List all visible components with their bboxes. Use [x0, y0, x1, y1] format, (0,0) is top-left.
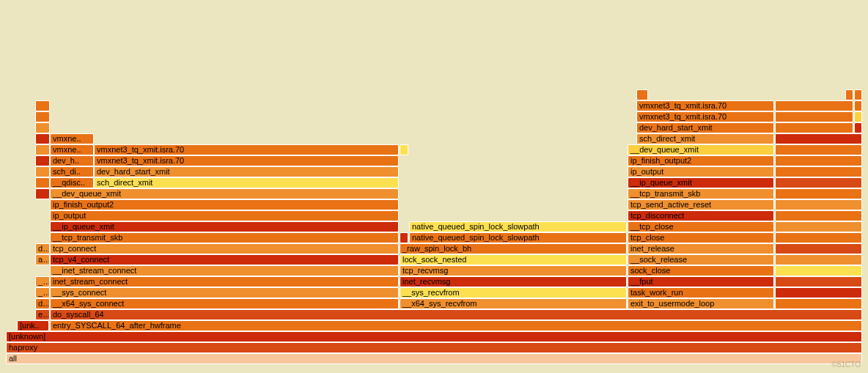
frame--[interactable]: _..	[35, 287, 50, 298]
frame-anon[interactable]	[775, 100, 853, 111]
frame-dev-h-[interactable]: dev_h..	[50, 155, 94, 166]
frame-anon[interactable]	[775, 254, 862, 265]
frame--sys-recvfrom[interactable]: __sys_recvfrom	[400, 287, 627, 298]
frame--unknown-[interactable]: [unknown]	[6, 331, 862, 342]
frame-anon[interactable]	[775, 298, 862, 309]
frame-lock-sock-nested[interactable]: lock_sock_nested	[400, 254, 627, 265]
frame-tcp-disconnect[interactable]: tcp_disconnect	[628, 210, 774, 221]
frame--qdisc-[interactable]: __qdisc..	[50, 177, 94, 188]
frame--inet-stream-connect[interactable]: __inet_stream_connect	[50, 265, 399, 276]
frame-sock-close[interactable]: sock_close	[628, 265, 774, 276]
frame-anon[interactable]	[775, 188, 862, 199]
frame-anon[interactable]	[854, 89, 862, 100]
frame-task-work-run[interactable]: task_work_run	[628, 287, 774, 298]
frame--sock-release[interactable]: __sock_release	[628, 254, 774, 265]
frame-anon[interactable]	[775, 122, 853, 133]
frame-vmxnet3-tq-xmit-isra-70[interactable]: vmxnet3_tq_xmit.isra.70	[636, 111, 774, 122]
frame-exit-to-usermode-loop[interactable]: exit_to_usermode_loop	[628, 298, 774, 309]
frame-dev-hard-start-xmit[interactable]: dev_hard_start_xmit	[94, 166, 399, 177]
frame-anon[interactable]	[775, 265, 862, 276]
frame-anon[interactable]	[400, 232, 408, 243]
frame-vmxnet3-tq-xmit-isra-70[interactable]: vmxnet3_tq_xmit.isra.70	[636, 100, 774, 111]
watermark-text: ©51CTO	[832, 361, 861, 369]
frame-anon[interactable]	[35, 111, 50, 122]
frame--unk-[interactable]: [unk..	[17, 320, 49, 331]
frame--x64-sys-recvfrom[interactable]: __x64_sys_recvfrom	[400, 298, 627, 309]
frame-tcp-recvmsg[interactable]: tcp_recvmsg	[400, 265, 627, 276]
frame-vmxnet3-tq-xmit-isra-70[interactable]: vmxnet3_tq_xmit.isra.70	[94, 144, 399, 155]
frame-inet-recvmsg[interactable]: inet_recvmsg	[400, 276, 627, 287]
frame-anon[interactable]	[775, 133, 862, 144]
frame-ip-output[interactable]: ip_output	[628, 166, 774, 177]
frame-anon[interactable]	[35, 133, 50, 144]
frame--x64-sys-connect[interactable]: __x64_sys_connect	[50, 298, 399, 309]
frame--[interactable]: _..	[35, 276, 50, 287]
frame-ip-finish-output2[interactable]: ip_finish_output2	[50, 199, 399, 210]
frame--dev-queue-xmit[interactable]: __dev_queue_xmit	[628, 144, 774, 155]
frame-anon[interactable]	[35, 122, 50, 133]
frame-anon[interactable]	[854, 111, 862, 122]
frame-vmxne-[interactable]: vmxne..	[50, 144, 94, 155]
frame-anon[interactable]	[775, 287, 862, 298]
frame-al-[interactable]: al..	[35, 254, 50, 265]
frame-anon[interactable]	[854, 122, 862, 133]
frame-haproxy[interactable]: haproxy	[6, 342, 862, 353]
frame-anon[interactable]	[775, 232, 862, 243]
frame--ip-queue-xmit[interactable]: __ip_queue_xmit	[628, 177, 774, 188]
frame-vmxnet3-tq-xmit-isra-70[interactable]: vmxnet3_tq_xmit.isra.70	[94, 155, 399, 166]
frame--dev-queue-xmit[interactable]: __dev_queue_xmit	[50, 188, 399, 199]
frame-anon[interactable]	[400, 144, 408, 155]
frame-native-queued-spin-lock-slowpath[interactable]: native_queued_spin_lock_slowpath	[409, 221, 627, 232]
frame--ip-queue-xmit[interactable]: __ip_queue_xmit	[50, 221, 399, 232]
frame-anon[interactable]	[775, 155, 862, 166]
frame-dev-hard-start-xmit[interactable]: dev_hard_start_xmit	[636, 122, 774, 133]
frame-anon[interactable]	[775, 276, 862, 287]
frame-anon[interactable]	[775, 243, 862, 254]
frame-anon[interactable]	[35, 177, 50, 188]
frame-sch-di-[interactable]: sch_di..	[50, 166, 94, 177]
frame-anon[interactable]	[35, 144, 50, 155]
frame--tcp-transmit-skb[interactable]: __tcp_transmit_skb	[50, 232, 399, 243]
frame-inet-release[interactable]: inet_release	[628, 243, 774, 254]
frame-anon[interactable]	[775, 210, 862, 221]
frame-anon[interactable]	[775, 221, 862, 232]
frame-anon[interactable]	[35, 166, 50, 177]
frame-tcp-v4-connect[interactable]: tcp_v4_connect	[50, 254, 399, 265]
frame-ip-output[interactable]: ip_output	[50, 210, 399, 221]
frame-anon[interactable]	[775, 166, 862, 177]
frame-anon[interactable]	[854, 100, 862, 111]
frame-d-[interactable]: d..	[35, 243, 50, 254]
frame-anon[interactable]	[775, 177, 862, 188]
frame-anon[interactable]	[775, 199, 862, 210]
frame-all[interactable]: all	[6, 353, 862, 364]
frame-anon[interactable]	[845, 89, 853, 100]
frame--sys-connect[interactable]: __sys_connect	[50, 287, 399, 298]
frame-tcp-connect[interactable]: tcp_connect	[50, 243, 399, 254]
frame-do-syscall-64[interactable]: do_syscall_64	[50, 309, 862, 320]
frame-tcp-send-active-reset[interactable]: tcp_send_active_reset	[628, 199, 774, 210]
frame-native-queued-spin-lock-slowpath[interactable]: native_queued_spin_lock_slowpath	[409, 232, 627, 243]
frame-ip-finish-output2[interactable]: ip_finish_output2	[628, 155, 774, 166]
frame--tcp-transmit-skb[interactable]: __tcp_transmit_skb	[628, 188, 774, 199]
frame--fput[interactable]: __fput	[628, 276, 774, 287]
frame-anon[interactable]	[775, 144, 862, 155]
frame-anon[interactable]	[35, 188, 50, 199]
frame-sch-direct-xmit[interactable]: sch_direct_xmit	[94, 177, 399, 188]
frame-inet-stream-connect[interactable]: inet_stream_connect	[50, 276, 399, 287]
frame-entry-syscall-64-after-hwframe[interactable]: entry_SYSCALL_64_after_hwframe	[50, 320, 862, 331]
frame-anon[interactable]	[636, 89, 648, 100]
frame-tcp-close[interactable]: tcp_close	[628, 232, 774, 243]
frame-anon[interactable]	[35, 155, 50, 166]
frame-anon[interactable]	[775, 111, 853, 122]
frame-anon[interactable]	[35, 100, 50, 111]
frame-d-[interactable]: d..	[35, 298, 50, 309]
frame-vmxne-[interactable]: vmxne..	[50, 133, 94, 144]
frame--raw-spin-lock-bh[interactable]: _raw_spin_lock_bh	[400, 243, 627, 254]
frame-sch-direct-xmit[interactable]: sch_direct_xmit	[636, 133, 774, 144]
frame-e-[interactable]: e..	[35, 309, 50, 320]
frame--tcp-close[interactable]: __tcp_close	[628, 221, 774, 232]
flame-graph: allhaproxy[unknown][unk..entry_SYSCALL_6…	[6, 42, 862, 364]
